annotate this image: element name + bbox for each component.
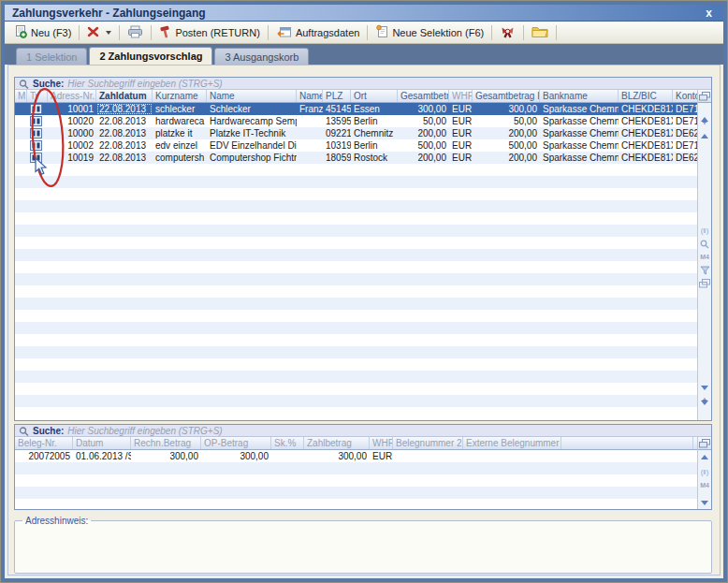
cell-datum: 01.06.2013 /Sa	[73, 450, 131, 462]
new-selection-button[interactable]: Neue Selektion (F6)	[371, 22, 488, 42]
cell-sk	[271, 450, 304, 462]
cell-bankname: Sparkasse Chemnitz	[540, 152, 619, 164]
column-header-konto[interactable]: Konto	[673, 90, 699, 102]
table-row[interactable]: 1000222.08.2013edv einzelEDV Einzelhande…	[15, 139, 697, 152]
column-header-op-betrag[interactable]: OP-Betrag	[201, 437, 271, 449]
search-icon	[19, 426, 29, 436]
tab-zahlungsvorschlag[interactable]: 2 Zahlungsvorschlag	[89, 47, 212, 65]
delete-button[interactable]	[82, 24, 116, 41]
cell-whr: EUR	[370, 450, 393, 462]
scroll-up-icon[interactable]	[701, 129, 708, 142]
cell-gesamtbetrag: 200,00	[398, 127, 449, 139]
cell-kurzname: platzke it	[153, 127, 207, 139]
cell-adressnr: 10020	[48, 115, 96, 127]
filter-icon[interactable]	[700, 264, 710, 277]
column-header-adress-nr-[interactable]: Adress-Nr.	[48, 90, 96, 102]
table-row[interactable]: 1001922.08.2013computershComputershop Fi…	[15, 152, 697, 164]
column-header-gesamtbetrag[interactable]: Gesamtbetrag	[398, 90, 449, 102]
table-row[interactable]: 1000122.08.2013schleckerSchleckerFranz45…	[15, 103, 697, 115]
column-header-ort[interactable]: Ort	[351, 90, 398, 102]
page-up-icon[interactable]: +	[702, 116, 706, 129]
tab-ausgangskorb[interactable]: 3 Ausgangskorb	[214, 48, 309, 65]
cell-adressnr: 10000	[48, 127, 96, 139]
order-data-button[interactable]: Auftragsdaten	[271, 23, 365, 42]
dropdown-caret-icon[interactable]	[106, 31, 111, 35]
cell-whr: EUR	[449, 127, 473, 139]
column-header-ty[interactable]: Ty	[27, 90, 48, 102]
payment-type-icon	[27, 115, 48, 127]
cell-gesamtbetrag_euro: 300,00	[473, 103, 540, 115]
close-button[interactable]: x	[702, 7, 716, 19]
columns-icon[interactable]: (‖)	[701, 466, 709, 479]
column-header-externe-belegnummer[interactable]: Externe Belegnummer	[463, 437, 561, 449]
cell-konto: DE718	[673, 139, 699, 152]
sum-icon[interactable]: M4	[700, 251, 709, 264]
column-header-zahlbetrag[interactable]: Zahlbetrag	[304, 437, 370, 449]
grid2-header-row: Beleg-Nr.DatumRechn.BetragOP-BetragSk.%Z…	[15, 437, 697, 450]
column-header-datum[interactable]: Datum	[73, 437, 131, 449]
column-header-rechn-betrag[interactable]: Rechn.Betrag	[131, 437, 201, 449]
empty-row	[15, 237, 697, 249]
tab-selektion[interactable]: 1 Selektion	[16, 48, 87, 65]
cell-ort: Rostock	[351, 152, 398, 164]
table-row[interactable]: 1002022.08.2013hardwarecaHardwarecamp Se…	[15, 115, 697, 127]
post-button[interactable]: Posten (RETURN)	[154, 23, 264, 42]
column-header-beleg-nr-[interactable]: Beleg-Nr.	[15, 437, 73, 449]
cell-m	[15, 139, 27, 152]
column-header-belegnummer-2[interactable]: Belegnummer 2	[393, 437, 463, 449]
search-placeholder: Hier Suchbegriff eingeben (STRG+S)	[67, 426, 222, 436]
scroll-to-top-icon[interactable]	[701, 103, 708, 116]
cell-konto: DE718	[673, 103, 699, 115]
scroll-down-icon[interactable]	[701, 496, 708, 509]
cell-blzbic: CHEKDE81XXX	[619, 139, 673, 152]
grid2-search-bar[interactable]: Suche: Hier Suchbegriff eingeben (STRG+S…	[15, 425, 711, 437]
scroll-up-icon[interactable]	[701, 450, 708, 463]
cell-adressnr: 10019	[48, 152, 96, 164]
toolbar-separator	[79, 25, 80, 40]
columns-icon[interactable]: (‖)	[701, 225, 709, 238]
cell-adressnr: 10002	[48, 139, 96, 152]
cell-blzbic: CHEKDE81XXX	[619, 103, 673, 115]
order-window-icon	[276, 25, 292, 40]
search-label: Suche:	[33, 426, 64, 436]
column-header-sk-[interactable]: Sk.%	[271, 437, 304, 449]
column-header-kurzname[interactable]: Kurzname	[153, 90, 207, 102]
payment-proposal-grid: Suche: Hier Suchbegriff eingeben (STRG+S…	[14, 77, 712, 421]
grid1-scroll-strip[interactable]: + (‖) M4 +	[697, 90, 711, 420]
post-label: Posten (RETURN)	[175, 27, 259, 38]
column-header-bankname[interactable]: Bankname	[540, 90, 619, 102]
column-header-name-2[interactable]: Name 2	[297, 90, 323, 102]
column-settings-icon[interactable]	[698, 437, 711, 450]
cell-konto: DE628	[673, 127, 699, 139]
column-header-zahldatum[interactable]: Zahldatum	[96, 90, 153, 102]
table-row[interactable]: 1000022.08.2013platzke itPlatzke IT-Tech…	[15, 127, 697, 139]
module-button[interactable]	[495, 23, 520, 42]
grid1-search-bar[interactable]: Suche: Hier Suchbegriff eingeben (STRG+S…	[15, 78, 711, 90]
new-button[interactable]: Neu (F3)	[8, 22, 76, 42]
grid2-scroll-strip[interactable]: (‖) M4	[697, 437, 711, 509]
column-header-m[interactable]: M	[15, 90, 27, 102]
column-header-blank[interactable]	[561, 437, 693, 449]
cell-ort: Essen	[351, 103, 398, 115]
column-header-name[interactable]: Name	[207, 90, 297, 102]
titlebar: Zahlungsverkehr - Zahlungseingang x	[5, 5, 723, 22]
table-row[interactable]: 2007200501.06.2013 /Sa300,00300,00300,00…	[15, 450, 697, 462]
column-header-plz[interactable]: PLZ	[323, 90, 351, 102]
scroll-down-icon[interactable]	[701, 381, 708, 394]
column-header-whr[interactable]: WHR	[449, 90, 473, 102]
app-window: Zahlungsverkehr - Zahlungseingang x Neu …	[0, 0, 728, 583]
column-header-whr[interactable]: WHR	[370, 437, 393, 449]
window-title: Zahlungsverkehr - Zahlungseingang	[12, 7, 206, 20]
cell-blzbic: CHEKDE81XXX	[619, 115, 673, 127]
column-header-gesamtbetrag-euro[interactable]: Gesamtbetrag Euro	[473, 90, 540, 102]
grid-search-icon[interactable]	[700, 238, 709, 251]
windows-icon[interactable]	[699, 277, 710, 290]
sum-icon[interactable]: M4	[700, 479, 709, 492]
scroll-to-bottom-icon[interactable]	[701, 407, 708, 420]
print-button[interactable]	[123, 23, 148, 42]
cell-plz: 45145	[323, 103, 351, 115]
cell-zahldatum: 22.08.2013	[96, 139, 153, 152]
folder-button[interactable]	[527, 23, 553, 41]
column-header-blz-bic[interactable]: BLZ/BIC	[619, 90, 673, 102]
empty-row	[15, 407, 697, 419]
